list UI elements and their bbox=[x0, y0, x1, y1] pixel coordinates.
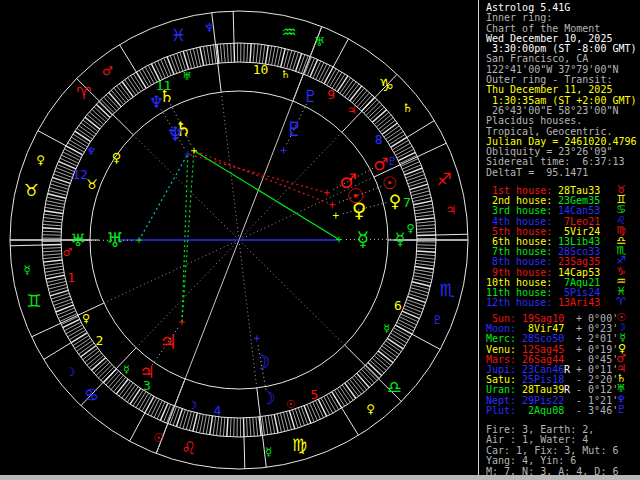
planet-positions-list: Sun: 19Sag10 + 0°00'☉Moon: 8Vir47 + 0°23… bbox=[486, 314, 640, 416]
aspect-line-uranus-neptune bbox=[139, 154, 188, 240]
degree-tick bbox=[396, 146, 413, 155]
degree-tick bbox=[259, 44, 261, 63]
sign-divider bbox=[436, 234, 468, 235]
taurus-sign-icon: ♉ bbox=[23, 180, 38, 200]
pluto-inner-glyph: ♇ bbox=[285, 117, 303, 141]
degree-tick bbox=[60, 314, 77, 322]
sign-divider bbox=[44, 343, 71, 360]
house-cusp-value: 13Ari43 bbox=[558, 298, 600, 308]
degree-tick bbox=[416, 260, 435, 262]
pisces-sign-icon: ♓ bbox=[171, 25, 186, 45]
degree-tick bbox=[415, 208, 434, 211]
degree-tick bbox=[401, 314, 418, 322]
degree-tick bbox=[46, 201, 65, 205]
house-ruler-icon: ☉ bbox=[286, 398, 296, 411]
wheel-svg: ☉☉☽☽☿☿♀♀♂♂♃♃♄♄♅♅♆♆♇♇♀♉♈♂♉♀♊☿♋☽♌☉♍☿♎♀♏♇♐♃… bbox=[0, 0, 478, 480]
house-ruler-icon: ♆ bbox=[86, 145, 96, 158]
degree-tick bbox=[43, 224, 62, 226]
degree-tick bbox=[167, 406, 174, 424]
degree-tick bbox=[417, 225, 436, 227]
house-number: 3 bbox=[143, 378, 151, 393]
house-ruler-icon: ♄ bbox=[281, 68, 291, 81]
degree-tick bbox=[402, 311, 419, 319]
degree-tick bbox=[53, 174, 71, 180]
degree-tick bbox=[210, 416, 213, 435]
degree-tick bbox=[319, 64, 328, 81]
house-ruler-icon: ♂ bbox=[62, 246, 72, 259]
degree-tick bbox=[299, 54, 305, 72]
degree-tick bbox=[176, 409, 182, 427]
degree-tick bbox=[227, 418, 228, 437]
planet-velocity: - 3°46' bbox=[576, 406, 618, 416]
degree-tick bbox=[60, 158, 77, 166]
planet-position-value: 28Tau39 bbox=[522, 385, 564, 395]
sign-divider bbox=[38, 131, 66, 146]
degree-tick bbox=[55, 171, 73, 178]
degree-tick bbox=[253, 418, 255, 437]
house-cusp-dotted-line bbox=[136, 240, 239, 348]
sagittarius-sign-icon: ♐ bbox=[437, 169, 452, 189]
scorpio-sign-icon: ♏ bbox=[439, 280, 454, 300]
degree-tick bbox=[42, 251, 61, 252]
house-ruler-icon: ♅ bbox=[182, 70, 192, 83]
house-number: 11 bbox=[156, 78, 172, 93]
house-cusp-value: 23Sag35 bbox=[558, 257, 600, 267]
aspect-line-jupiter-neptune bbox=[182, 154, 188, 322]
degree-tick bbox=[61, 155, 78, 163]
zodiac-sign-icon: ♈ bbox=[616, 297, 626, 307]
aquarius-sign-icon: ♒ bbox=[281, 22, 296, 42]
degree-tick bbox=[401, 159, 418, 167]
degree-tick bbox=[295, 409, 301, 427]
sign-divider bbox=[333, 39, 348, 67]
degree-tick bbox=[44, 211, 63, 214]
mars-inner-glyph: ♂ bbox=[339, 169, 357, 193]
aspect-line-mercury-saturn bbox=[194, 151, 339, 240]
degree-tick bbox=[415, 267, 434, 270]
neptune-inner-glyph: ♆ bbox=[167, 122, 185, 146]
planet-icon: ♇ bbox=[616, 405, 626, 415]
degree-tick bbox=[247, 418, 248, 437]
degree-tick bbox=[203, 46, 206, 65]
degree-tick bbox=[66, 325, 83, 334]
degree-tick bbox=[417, 251, 436, 252]
degree-tick bbox=[406, 171, 424, 178]
gemini-ruler-icon: ☿ bbox=[23, 263, 30, 277]
degree-tick bbox=[304, 57, 311, 75]
retrograde-flag: R bbox=[564, 385, 570, 395]
degree-tick bbox=[256, 44, 258, 63]
degree-tick bbox=[160, 403, 168, 420]
house-cusps-list: 1st house: 28Tau33♉ 2nd house: 23Gem35♊ … bbox=[486, 186, 640, 308]
element-tallies: Fire: 3, Earth: 2,Air : 1, Water: 4Car: … bbox=[486, 425, 640, 477]
degree-tick bbox=[145, 67, 154, 84]
degree-tick bbox=[44, 263, 63, 265]
house-number: 7 bbox=[403, 195, 411, 210]
degree-tick bbox=[414, 201, 433, 205]
degree-tick bbox=[417, 245, 436, 246]
house-number: 10 bbox=[253, 62, 269, 77]
degree-tick bbox=[43, 260, 62, 262]
degree-tick bbox=[43, 221, 62, 223]
degree-tick bbox=[46, 275, 65, 279]
pisces-ruler-icon: ♆ bbox=[204, 21, 215, 35]
degree-tick bbox=[414, 273, 433, 277]
house-cusp-dotted-line bbox=[239, 132, 342, 240]
planet-label: Plut: bbox=[486, 406, 516, 416]
degree-tick bbox=[405, 168, 423, 175]
degree-tick bbox=[164, 58, 171, 76]
degree-tick bbox=[395, 325, 412, 334]
degree-tick bbox=[45, 269, 64, 272]
virgo-sign-icon: ♍ bbox=[292, 435, 307, 455]
mercury-outer-glyph: ☿ bbox=[395, 229, 405, 249]
degree-tick bbox=[406, 303, 424, 310]
degree-tick bbox=[200, 414, 204, 433]
chart-info: Astrolog 5.41GInner ring:Chart of the Mo… bbox=[486, 3, 640, 178]
house-number: 5 bbox=[310, 387, 318, 402]
mercury-inner-glyph: ☿ bbox=[357, 227, 369, 251]
house-number: 6 bbox=[394, 298, 402, 313]
sign-divider bbox=[244, 437, 245, 469]
cancer-sign-icon: ♋ bbox=[84, 385, 99, 405]
degree-tick bbox=[408, 178, 426, 184]
sign-divider bbox=[233, 11, 234, 43]
degree-tick bbox=[42, 248, 61, 249]
sign-divider bbox=[130, 413, 145, 441]
